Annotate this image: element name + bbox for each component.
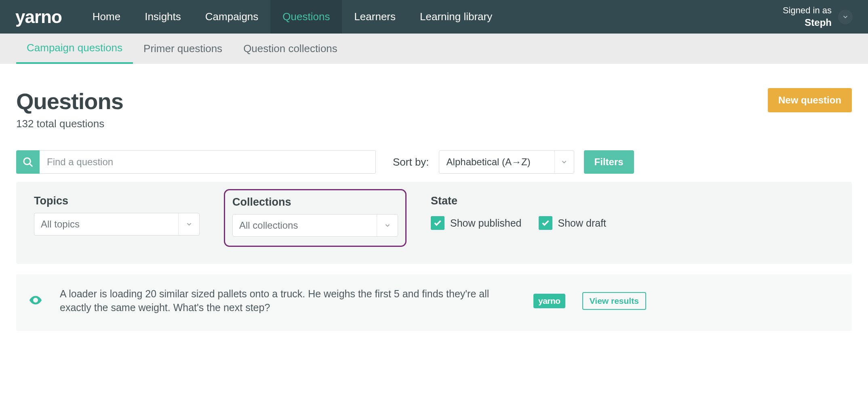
- page-subtitle: 132 total questions: [16, 118, 123, 130]
- show-draft-label: Show draft: [558, 217, 607, 229]
- filters-button[interactable]: Filters: [584, 150, 634, 174]
- question-row: A loader is loading 20 similar sized pal…: [16, 274, 852, 331]
- nav-home[interactable]: Home: [80, 0, 133, 34]
- nav-learners[interactable]: Learners: [342, 0, 408, 34]
- filter-collections-highlight: Collections All collections: [224, 189, 407, 247]
- svg-line-1: [29, 164, 32, 166]
- nav-user: Signed in as Steph: [783, 5, 853, 29]
- filter-collections-label: Collections: [232, 196, 398, 208]
- show-draft-checkbox[interactable]: Show draft: [539, 216, 607, 230]
- filters-panel: Topics All topics Collections All collec…: [16, 182, 852, 264]
- check-icon: [431, 216, 445, 230]
- nav-learning-library[interactable]: Learning library: [408, 0, 504, 34]
- signed-in-username: Steph: [783, 16, 832, 29]
- chevron-down-icon: [377, 215, 398, 236]
- new-question-button[interactable]: New question: [768, 88, 852, 112]
- brand-logo: yarno: [15, 7, 62, 27]
- heading-block: Questions 132 total questions: [16, 88, 123, 130]
- sort-select-value: Alphabetical (A→Z): [439, 156, 554, 168]
- show-published-label: Show published: [450, 217, 522, 229]
- filter-state: State Show published Show draft: [431, 195, 606, 230]
- svg-point-0: [24, 158, 30, 164]
- view-results-button[interactable]: View results: [582, 292, 646, 310]
- chevron-down-icon: [842, 14, 849, 20]
- heading-row: Questions 132 total questions New questi…: [16, 88, 852, 130]
- search-group: [16, 150, 376, 174]
- tab-primer-questions[interactable]: Primer questions: [133, 34, 233, 64]
- nav-campaigns[interactable]: Campaigns: [193, 0, 271, 34]
- filter-state-label: State: [431, 195, 606, 207]
- chevron-down-icon: [554, 151, 574, 173]
- collections-select-value: All collections: [233, 220, 377, 231]
- tab-campaign-questions[interactable]: Campaign questions: [16, 34, 133, 64]
- filter-topics: Topics All topics: [34, 195, 200, 236]
- topics-select-value: All topics: [34, 219, 178, 230]
- topics-select[interactable]: All topics: [34, 213, 200, 236]
- page-title: Questions: [16, 88, 123, 114]
- nav-links: Home Insights Campaigns Questions Learne…: [80, 0, 504, 34]
- collections-select[interactable]: All collections: [232, 214, 398, 237]
- search-row: Sort by: Alphabetical (A→Z) Filters: [16, 150, 852, 174]
- content: Questions 132 total questions New questi…: [0, 64, 868, 331]
- question-owner-badge: yarno: [533, 294, 565, 308]
- show-published-checkbox[interactable]: Show published: [431, 216, 522, 230]
- top-nav: yarno Home Insights Campaigns Questions …: [0, 0, 868, 34]
- check-icon: [539, 216, 552, 230]
- state-checks: Show published Show draft: [431, 216, 606, 230]
- user-menu-toggle[interactable]: [838, 10, 853, 24]
- svg-point-2: [34, 299, 37, 301]
- signed-in-text: Signed in as Steph: [783, 5, 832, 29]
- tab-question-collections[interactable]: Question collections: [233, 34, 348, 64]
- nav-questions[interactable]: Questions: [270, 0, 342, 34]
- sub-nav: Campaign questions Primer questions Ques…: [0, 34, 868, 64]
- nav-insights[interactable]: Insights: [133, 0, 193, 34]
- sort-by-label: Sort by:: [393, 156, 429, 168]
- filter-collections: Collections All collections: [232, 196, 398, 237]
- search-icon: [16, 150, 40, 174]
- signed-in-prefix: Signed in as: [783, 5, 832, 17]
- search-input[interactable]: [40, 150, 376, 174]
- eye-icon: [28, 293, 43, 309]
- chevron-down-icon: [178, 213, 199, 235]
- question-text: A loader is loading 20 similar sized pal…: [60, 287, 516, 315]
- filter-topics-label: Topics: [34, 195, 200, 207]
- sort-select[interactable]: Alphabetical (A→Z): [439, 150, 574, 174]
